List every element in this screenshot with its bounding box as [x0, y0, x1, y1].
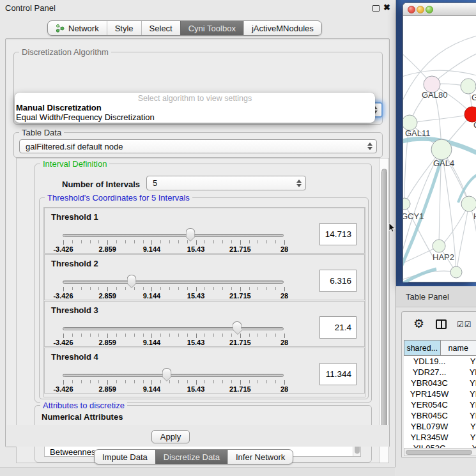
table-data-combobox[interactable]: galFiltered.sif default node	[19, 139, 377, 153]
table-cell[interactable]: YPR1	[455, 388, 476, 399]
algorithm-placeholder-option[interactable]: Select algorithm to view settings	[15, 94, 375, 103]
tab-infer-network[interactable]: Infer Network	[227, 450, 293, 464]
tab-network[interactable]: Network	[48, 21, 107, 35]
network-node-gcy1[interactable]	[403, 198, 410, 210]
table-row[interactable]: YBR043CYBR0	[404, 378, 476, 388]
table-header-row: shared... name	[404, 340, 476, 356]
apply-button[interactable]: Apply	[151, 430, 190, 443]
table-horizontal-scrollbar[interactable]	[404, 448, 476, 456]
network-node-gal4[interactable]	[431, 139, 452, 160]
threshold-value-field[interactable]: 21.4	[319, 316, 357, 339]
float-window-icon[interactable]	[372, 5, 380, 12]
table-row[interactable]: YLR345WYLR3	[404, 432, 476, 443]
tab-jactivemnodules[interactable]: jActiveMNodules	[243, 21, 321, 35]
scale-label: -3.426	[53, 385, 73, 393]
table-toolbar: ⚙ ☑☑	[402, 312, 476, 339]
threshold-slider[interactable]	[63, 234, 284, 237]
node-label: GAL11	[405, 128, 431, 138]
table-row[interactable]: YER054CYER0	[404, 399, 476, 410]
table-cell[interactable]: YIL052C	[404, 443, 455, 448]
right-area: GAL80GACGAL11GAL4GCY1HHAP2 Table Panel ⚙…	[396, 0, 476, 476]
split-columns-icon[interactable]	[436, 319, 447, 329]
scale-label: -3.426	[53, 292, 73, 300]
threshold-value-field[interactable]: 6.316	[319, 270, 357, 292]
table-cell[interactable]: YDR27...	[404, 367, 455, 378]
algorithm-option-manual[interactable]: Manual Discretization	[15, 103, 375, 112]
threshold-slider[interactable]	[63, 327, 284, 330]
threshold-slider[interactable]	[63, 374, 284, 377]
network-node-ga[interactable]	[461, 79, 476, 94]
slider-scale-labels: -3.4262.8599.14415.4321.71528	[63, 292, 284, 300]
threshold-label: Threshold 3	[51, 305, 98, 315]
tab-cyni-toolbox[interactable]: Cyni Toolbox	[180, 21, 243, 35]
table-cell[interactable]: YIL0	[455, 443, 476, 448]
network-canvas[interactable]: GAL80GACGAL11GAL4GCY1HHAP2	[403, 17, 476, 282]
scale-label: 2.859	[98, 385, 116, 393]
column-header-shared-name[interactable]: shared...	[404, 340, 441, 356]
scale-label: 9.144	[143, 292, 161, 300]
tab-impute-data[interactable]: Impute Data	[95, 450, 155, 464]
settings-scroll-viewport: Interval Definition Number of Intervals …	[16, 158, 389, 463]
node-table: shared... name YDL19...YDL1YDR27...YDR2Y…	[404, 340, 476, 448]
table-cell[interactable]: YBL079W	[404, 421, 455, 432]
network-window-titlebar[interactable]	[403, 3, 476, 16]
table-cell[interactable]: YBR043C	[404, 378, 455, 388]
scale-label: 9.144	[143, 385, 161, 393]
table-cell[interactable]: YBR045C	[404, 410, 455, 421]
table-row[interactable]: YPR145WYPR1	[404, 388, 476, 399]
threshold-label: Threshold 1	[51, 212, 98, 222]
gear-icon[interactable]: ⚙	[413, 316, 424, 331]
minimize-traffic-light[interactable]	[417, 6, 424, 13]
table-cell[interactable]: YBR0	[455, 410, 476, 421]
scale-label: 2.859	[98, 292, 116, 300]
threshold-slider[interactable]	[63, 280, 284, 284]
table-cell[interactable]: YLR345W	[404, 432, 455, 443]
table-row[interactable]: YIL052CYIL0	[404, 443, 476, 448]
tab-label: Infer Network	[236, 452, 285, 462]
scale-label: 15.43	[187, 245, 205, 253]
zoom-traffic-light[interactable]	[426, 6, 433, 13]
tab-select[interactable]: Select	[141, 21, 180, 35]
select-columns-icon[interactable]: ☑☑	[457, 320, 472, 329]
slider-thumb[interactable]	[185, 228, 195, 236]
table-cell[interactable]: YBR0	[455, 378, 476, 388]
scale-label: 21.715	[229, 292, 251, 300]
threshold-panel-1: Threshold 1 -3.4262.8599.14415.4321.7152…	[44, 208, 365, 254]
close-icon[interactable]: ✖	[383, 3, 390, 12]
table-cell[interactable]: YER054C	[404, 399, 455, 410]
slider-thumb[interactable]	[162, 368, 171, 376]
tab-label: Network	[68, 24, 99, 33]
table-data-title: Table Data	[19, 128, 64, 137]
table-row[interactable]: YBL079WYBL0	[404, 421, 476, 432]
threshold-value-field[interactable]: 11.344	[319, 363, 357, 385]
slider-thumb[interactable]	[127, 275, 136, 283]
threshold-value-field[interactable]: 14.713	[319, 223, 357, 245]
settings-vertical-scrollbar[interactable]	[380, 158, 388, 463]
panel-title: Control Panel	[5, 3, 56, 13]
table-cell[interactable]: YER0	[455, 399, 476, 410]
scale-label: 21.715	[229, 385, 251, 393]
slider-thumb[interactable]	[232, 321, 242, 330]
table-row[interactable]: YDL19...YDL1	[404, 356, 476, 367]
table-cell[interactable]: YLR3	[455, 432, 476, 443]
table-cell[interactable]: YBL0	[455, 421, 476, 432]
table-cell[interactable]: YPR145W	[404, 388, 455, 399]
table-data-group: Table Data galFiltered.sif default node	[13, 132, 383, 158]
node-label: GA	[472, 93, 476, 102]
number-of-intervals-combobox[interactable]: 5	[146, 176, 306, 190]
scale-label: 21.715	[229, 245, 251, 253]
table-cell[interactable]: YDL19...	[404, 356, 455, 367]
table-row[interactable]: YBR045CYBR0	[404, 410, 476, 421]
table-cell[interactable]: YDL1	[455, 356, 476, 367]
network-node-h[interactable]	[461, 196, 476, 211]
scale-label: 9.144	[143, 245, 161, 253]
table-row[interactable]: YDR27...YDR2	[404, 367, 476, 378]
network-node-hap2[interactable]	[433, 240, 445, 252]
table-cell[interactable]: YDR2	[455, 367, 476, 378]
close-traffic-light[interactable]	[408, 6, 415, 13]
column-header-name[interactable]: name	[440, 340, 476, 356]
tab-discretize-data[interactable]: Discretize Data	[155, 450, 227, 464]
algorithm-option-equal-width[interactable]: Equal Width/Frequency Discretization	[15, 112, 375, 122]
tab-style[interactable]: Style	[107, 21, 141, 35]
network-node[interactable]	[450, 266, 462, 278]
